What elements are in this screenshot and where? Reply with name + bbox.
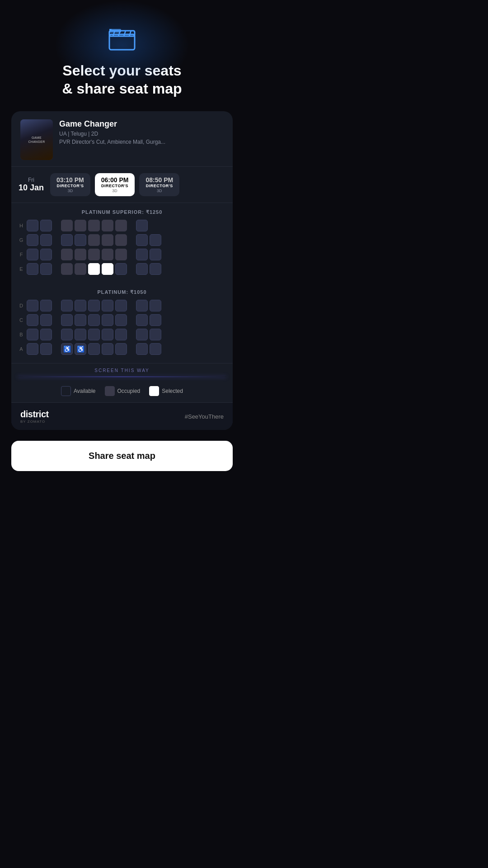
seat-row-E: E bbox=[18, 263, 226, 275]
seat[interactable] bbox=[88, 300, 100, 311]
movie-info: GAMECHANGER Game Changer UA | Telugu | 2… bbox=[11, 111, 233, 167]
seat[interactable] bbox=[40, 300, 52, 311]
seat[interactable] bbox=[102, 343, 113, 355]
seat bbox=[102, 249, 113, 260]
movie-title: Game Changer bbox=[59, 119, 224, 129]
seat[interactable] bbox=[136, 343, 148, 355]
showtime-btn-2[interactable]: 06:00 PM DIRECTOR'S 3D bbox=[95, 173, 135, 196]
seat[interactable] bbox=[40, 343, 52, 355]
seat[interactable] bbox=[61, 314, 73, 326]
wheelchair-seat[interactable]: ♿ bbox=[61, 343, 73, 355]
seat[interactable] bbox=[40, 220, 52, 231]
seat[interactable] bbox=[27, 300, 38, 311]
seat[interactable] bbox=[88, 343, 100, 355]
seat bbox=[75, 249, 86, 260]
seat[interactable] bbox=[136, 234, 148, 246]
seat[interactable] bbox=[115, 314, 127, 326]
movie-details: Game Changer UA | Telugu | 2D PVR Direct… bbox=[59, 119, 224, 145]
seat[interactable] bbox=[75, 314, 86, 326]
seat[interactable] bbox=[136, 314, 148, 326]
seat bbox=[88, 234, 100, 246]
seat[interactable] bbox=[88, 263, 100, 275]
seat[interactable] bbox=[40, 263, 52, 275]
seat[interactable] bbox=[150, 263, 161, 275]
share-seat-map-button[interactable]: Share seat map bbox=[11, 441, 233, 471]
seat[interactable] bbox=[150, 234, 161, 246]
platinum-superior-section: PLATINUM SUPERIOR: ₹1250 H bbox=[11, 203, 233, 281]
header-section: Select your seats & share seat map bbox=[53, 0, 191, 111]
seat bbox=[115, 249, 127, 260]
seat[interactable] bbox=[136, 300, 148, 311]
seat[interactable] bbox=[136, 249, 148, 260]
platinum-superior-label: PLATINUM SUPERIOR: ₹1250 bbox=[18, 209, 226, 215]
legend-occupied-icon bbox=[105, 386, 115, 396]
card-footer: district BY ZOMATO #SeeYouThere bbox=[11, 402, 233, 430]
seat-row-D: D bbox=[18, 300, 226, 311]
wheelchair-seat[interactable]: ♿ bbox=[75, 343, 86, 355]
date-day: Fri bbox=[28, 177, 34, 183]
screen-label: SCREEN THIS WAY bbox=[18, 368, 226, 373]
seat[interactable] bbox=[61, 234, 73, 246]
district-logo: district BY ZOMATO bbox=[20, 409, 49, 424]
seat bbox=[61, 263, 73, 275]
legend-selected-icon bbox=[149, 386, 159, 396]
seat[interactable] bbox=[102, 314, 113, 326]
seat bbox=[102, 220, 113, 231]
svg-line-4 bbox=[124, 31, 126, 36]
platinum-superior-grid: H G bbox=[18, 220, 226, 275]
seat[interactable] bbox=[27, 249, 38, 260]
movie-venue: PVR Director's Cut, Ambience Mall, Gurga… bbox=[59, 139, 224, 145]
seat[interactable] bbox=[61, 329, 73, 340]
seat bbox=[88, 220, 100, 231]
seat[interactable] bbox=[27, 220, 38, 231]
seat[interactable] bbox=[150, 300, 161, 311]
seat[interactable] bbox=[27, 314, 38, 326]
page-title: Select your seats & share seat map bbox=[62, 61, 182, 98]
seat bbox=[75, 220, 86, 231]
seat-row-A: A ♿ ♿ bbox=[18, 343, 226, 355]
seat[interactable] bbox=[61, 300, 73, 311]
svg-line-5 bbox=[129, 31, 131, 36]
seat[interactable] bbox=[27, 234, 38, 246]
seat[interactable] bbox=[136, 263, 148, 275]
seat[interactable] bbox=[27, 263, 38, 275]
movie-meta: UA | Telugu | 2D bbox=[59, 131, 224, 137]
seat[interactable] bbox=[40, 329, 52, 340]
seat[interactable] bbox=[75, 300, 86, 311]
seat[interactable] bbox=[27, 343, 38, 355]
seat[interactable] bbox=[150, 343, 161, 355]
seat[interactable] bbox=[27, 329, 38, 340]
seat[interactable] bbox=[40, 314, 52, 326]
platinum-section: PLATINUM: ₹1050 D bbox=[11, 281, 233, 361]
seat[interactable] bbox=[88, 329, 100, 340]
seat[interactable] bbox=[40, 249, 52, 260]
seat-row-C: C bbox=[18, 314, 226, 326]
seat[interactable] bbox=[150, 249, 161, 260]
seat bbox=[115, 220, 127, 231]
legend-available: Available bbox=[61, 386, 95, 396]
seat[interactable] bbox=[115, 263, 127, 275]
movie-poster: GAMECHANGER bbox=[20, 119, 53, 160]
seat[interactable] bbox=[75, 234, 86, 246]
seat[interactable] bbox=[102, 329, 113, 340]
seat[interactable] bbox=[40, 234, 52, 246]
seat[interactable] bbox=[115, 329, 127, 340]
district-sub-text: BY ZOMATO bbox=[20, 420, 49, 424]
seat bbox=[61, 220, 73, 231]
seat[interactable] bbox=[102, 263, 113, 275]
seat[interactable] bbox=[102, 300, 113, 311]
legend-available-icon bbox=[61, 386, 71, 396]
seat[interactable] bbox=[75, 329, 86, 340]
seat[interactable] bbox=[150, 329, 161, 340]
showtime-btn-1[interactable]: 03:10 PM DIRECTOR'S 3D bbox=[50, 173, 90, 196]
seat[interactable] bbox=[136, 329, 148, 340]
seat[interactable] bbox=[136, 220, 148, 231]
seat[interactable] bbox=[115, 343, 127, 355]
seat[interactable] bbox=[115, 300, 127, 311]
showtime-btn-3[interactable]: 08:50 PM DIRECTOR'S 3D bbox=[139, 173, 179, 196]
seat-row-F: F bbox=[18, 249, 226, 260]
showtime-row: Fri 10 Jan 03:10 PM DIRECTOR'S 3D 06:00 … bbox=[11, 167, 233, 203]
seat[interactable] bbox=[150, 314, 161, 326]
seat bbox=[88, 249, 100, 260]
seat[interactable] bbox=[88, 314, 100, 326]
